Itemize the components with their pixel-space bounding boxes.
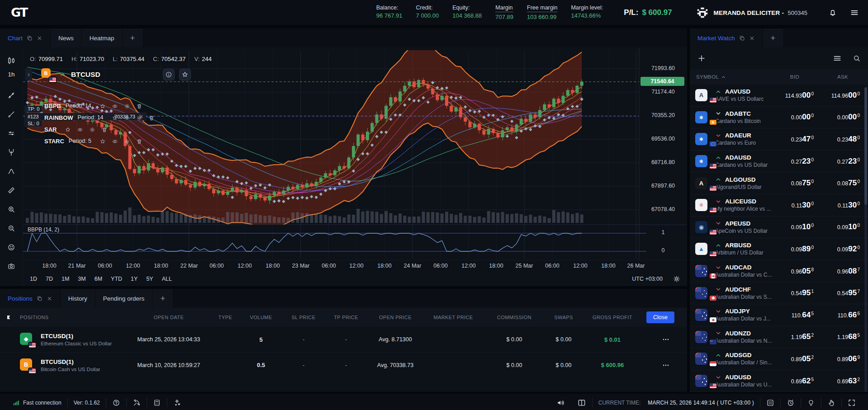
utc-offset[interactable]: UTC +03:00	[632, 276, 663, 282]
range-5y[interactable]: 5Y	[143, 274, 156, 283]
ask-price[interactable]: 0.11300	[817, 201, 868, 210]
add-symbol-icon[interactable]	[697, 54, 706, 63]
symbol-favorite-icon[interactable]	[179, 69, 191, 80]
watchlist-row-aliceusd[interactable]: ✳ ALICEUSD My neighbor Alice vs ... 0.11…	[690, 194, 868, 217]
bid-price[interactable]: 0.09100	[772, 222, 817, 231]
ask-price[interactable]: 0.89069	[817, 354, 868, 363]
watchlist-row-audcad[interactable]: AUDCAD Australian Dollar vs C... 0.96058…	[690, 260, 868, 283]
indicator-favorite-icon[interactable]	[100, 102, 106, 110]
indicator-favorite-icon[interactable]	[65, 125, 71, 133]
col-market-price[interactable]: MARKET PRICE	[425, 315, 482, 320]
close-tab-icon[interactable]	[47, 296, 52, 302]
collapse-panel-icon[interactable]	[0, 314, 18, 320]
trendlines-icon[interactable]	[3, 88, 19, 103]
camera-icon[interactable]	[3, 259, 19, 274]
ideas-bulb-icon[interactable]	[801, 394, 821, 410]
bid-price[interactable]: 0.08750	[772, 179, 817, 188]
sl-tag[interactable]: SL: 0	[25, 120, 42, 127]
collapse-legend-icon[interactable]	[25, 69, 32, 80]
duplicate-tab-icon[interactable]	[37, 296, 43, 302]
col-volume[interactable]: VOLUME	[241, 315, 281, 320]
col-gross-profit[interactable]: GROSS PROFIT	[580, 315, 645, 320]
watchlist-row-aavusd[interactable]: A AAVUSD AAVE vs US Dollarc 114.93000 11…	[690, 85, 868, 107]
indicator-delete-icon[interactable]	[101, 125, 108, 133]
ask-price[interactable]: 0.96087	[817, 267, 868, 276]
range-1m[interactable]: 1M	[58, 274, 72, 283]
list-view-icon[interactable]	[833, 54, 842, 63]
range-6m[interactable]: 6M	[91, 274, 105, 283]
watchlist-row-audjpy[interactable]: AUDJPY Australian Dollar vs J... 110.645…	[690, 304, 868, 326]
col-type[interactable]: TYPE	[209, 315, 241, 320]
bid-price[interactable]: 0.96058	[772, 267, 817, 276]
bid-price[interactable]: 0.23470	[772, 135, 817, 144]
indicator-visibility-icon[interactable]	[77, 125, 83, 133]
chart-tab-heatmap[interactable]: Heatmap	[82, 28, 123, 47]
zoom-in-icon[interactable]	[3, 202, 19, 217]
sort-by-symbol[interactable]: SYMBOL	[696, 74, 772, 80]
col-swaps[interactable]: SWAPS	[547, 315, 580, 320]
indicator-delete-icon[interactable]	[136, 102, 142, 110]
chart-add-tab[interactable]	[123, 28, 143, 47]
watchlist-row-algousd[interactable]: A ALGOUSD Algorand/US Dollar 0.08750 0.0…	[690, 172, 868, 194]
market-watch-tab-market-watch[interactable]: Market Watch	[690, 28, 763, 47]
ask-price[interactable]: 0.54957	[817, 288, 868, 297]
positions-tab-positions[interactable]: Positions	[0, 289, 61, 308]
bid-price[interactable]: 110.645	[772, 311, 817, 320]
duplicate-tab-icon[interactable]	[27, 35, 33, 41]
indicator-settings-icon[interactable]	[136, 113, 142, 122]
positions-tab-history[interactable]: History	[61, 289, 95, 308]
ask-price[interactable]: 0.69632	[817, 377, 868, 386]
ask-price[interactable]: 0.09100	[817, 222, 868, 231]
range-ytd[interactable]: YTD	[108, 274, 125, 283]
bid-price[interactable]: 1.19652	[772, 332, 817, 341]
notifications-bell-icon[interactable]	[828, 8, 837, 17]
bid-price[interactable]: 0.89052	[772, 354, 817, 363]
indicator-settings-icon[interactable]	[124, 137, 130, 145]
search-icon[interactable]	[853, 54, 861, 62]
time-axis[interactable]: 18:0021 Mar06:0012:0018:0022 Mar06:0012:…	[23, 260, 687, 272]
market-watch-scrollbar[interactable]	[864, 87, 867, 392]
emoji-icon[interactable]	[3, 240, 19, 255]
watchlist-row-audsgd[interactable]: AUDSGD Australian Dollar / Sin... 0.8905…	[690, 348, 868, 370]
objects-tools-icon[interactable]	[127, 394, 147, 410]
pitchfork-icon[interactable]	[3, 145, 19, 160]
watchlist-row-audusd[interactable]: AUDUSD Australian Dollar vs U... 0.69625…	[690, 370, 868, 392]
range-3m[interactable]: 3M	[75, 274, 89, 283]
bid-price[interactable]: 0.00000	[772, 113, 817, 122]
indicator-settings-icon[interactable]	[89, 125, 95, 133]
chart-settings-gear-icon[interactable]	[673, 275, 681, 283]
indicator-favorite-icon[interactable]	[112, 113, 118, 122]
sound-icon[interactable]	[550, 394, 571, 410]
price-axis[interactable]: 71993.6071174.4070355.2069536.0068716.80…	[639, 47, 687, 260]
app-logo[interactable]: GT	[11, 5, 27, 19]
col-open-date[interactable]: OPEN DATE	[128, 315, 209, 320]
ask-price[interactable]: 0.27230	[817, 157, 868, 166]
main-menu-icon[interactable]	[850, 8, 859, 17]
col-tp-price[interactable]: TP PRICE	[326, 315, 366, 320]
account-menu[interactable]: MERANDA DELICITER - 500345	[696, 6, 807, 19]
position-row-etcusd-1[interactable]: ◆ ETCUSD(1) Ethereum Classic vs US Dolla…	[0, 327, 687, 352]
ray-icon[interactable]	[3, 107, 19, 122]
bid-price[interactable]: 0.54951	[772, 288, 817, 297]
calculator-icon[interactable]	[147, 394, 167, 410]
close-tab-icon[interactable]	[37, 35, 43, 41]
ruler-icon[interactable]	[3, 183, 19, 198]
indicator-visibility-icon[interactable]	[124, 113, 130, 122]
symbol-info-icon[interactable]	[163, 69, 175, 80]
ask-price[interactable]: 0.23480	[817, 135, 868, 144]
features-spark-icon[interactable]	[167, 394, 187, 410]
bid-price[interactable]: 114.93000	[772, 91, 817, 100]
fullscreen-icon[interactable]	[842, 394, 862, 410]
chart-canvas[interactable]: O:70999.71 H:71023.70 L:70375.44 C:70542…	[23, 47, 687, 260]
range-1d[interactable]: 1D	[27, 274, 40, 283]
bid-price[interactable]: 0.69625	[772, 377, 817, 386]
ask-price[interactable]: 114.96000	[817, 91, 868, 100]
col-commission[interactable]: COMMISSION	[482, 315, 547, 320]
watchlist-row-adabtc[interactable]: ∗ ADABTC Cardano vs Bitcoin 0.00000 0.00…	[690, 107, 868, 129]
zoom-out-icon[interactable]	[3, 221, 19, 236]
positions-add-tab[interactable]	[152, 289, 173, 308]
watchlist-row-audnzd[interactable]: AUDNZD Australian Dollar vs N... 1.19652…	[690, 326, 868, 349]
indicator-delete-icon[interactable]	[148, 113, 155, 122]
market-watch-add-tab[interactable]	[763, 28, 784, 47]
watchlist-row-audchf[interactable]: AUDCHF Australian Dollar vs S... 0.54951…	[690, 282, 868, 304]
